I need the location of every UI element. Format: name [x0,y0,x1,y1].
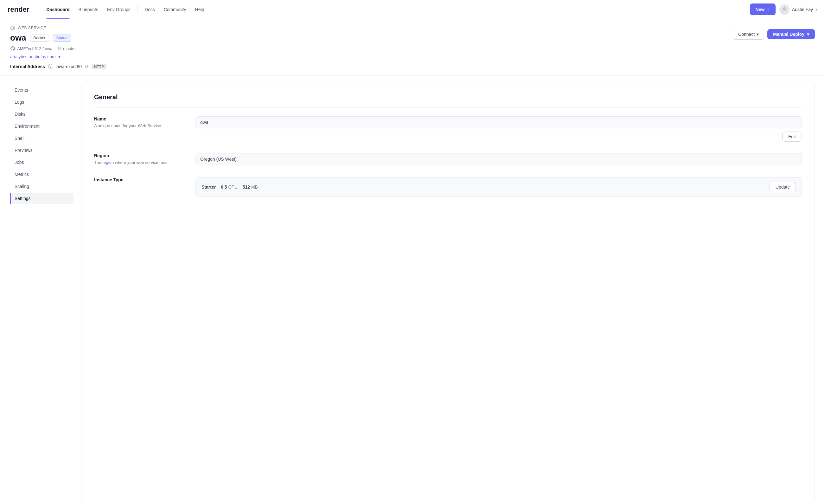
nav-dashboard[interactable]: Dashboard [42,0,74,19]
nav-community[interactable]: Community [159,0,191,19]
name-label-col: Name A unique name for your Web Service. [94,116,183,129]
info-icon[interactable]: i [48,64,53,69]
internal-address-value: owa-oxpd:80 [56,64,82,69]
internal-address-row: Internal Address i owa-oxpd:80 ⧉ HTTP [10,64,815,75]
sidebar-item-jobs[interactable]: Jobs [10,157,74,168]
main-content: Events Logs Disks Environment Shell Prev… [0,75,825,504]
sidebar-item-events[interactable]: Events [10,84,74,96]
sidebar-item-scaling[interactable]: Scaling [10,181,74,192]
name-description: A unique name for your Web Service. [94,123,183,129]
region-input[interactable] [196,153,802,165]
manual-deploy-button[interactable]: Manual Deploy ▾ [767,29,815,39]
navbar-right: New + Austin Fay ▾ [750,3,817,15]
instance-type-label: Instance Type [94,177,183,182]
new-button-label: New [756,7,765,12]
name-edit-button[interactable]: Edit [782,132,802,142]
instance-type-label-col: Instance Type [94,177,183,184]
settings-panel: General Name A unique name for your Web … [81,83,815,502]
user-avatar [779,4,790,15]
connect-chevron-icon: ▾ [757,32,759,37]
sidebar-item-shell[interactable]: Shell [10,133,74,144]
http-badge: HTTP [91,64,106,69]
manual-deploy-chevron-icon: ▾ [807,32,809,37]
service-type: WEB SERVICE [10,25,71,30]
repo-owner: AMFTech512 / owa [17,46,52,51]
plus-icon: + [766,6,770,13]
nav-divider [138,5,138,14]
sidebar-item-disks[interactable]: Disks [10,109,74,120]
repo-link[interactable]: AMFTech512 / owa [10,46,52,51]
region-label-col: Region The region where your web service… [94,153,183,166]
cpu-label: CPU [228,185,238,190]
section-title: General [94,93,802,101]
memory-value: 512 [243,185,250,190]
name-setting-row: Name A unique name for your Web Service.… [94,116,802,142]
region-setting-row: Region The region where your web service… [94,153,802,166]
user-name-label: Austin Fay [792,7,813,12]
memory-label: MB [251,185,258,190]
instance-specs: 0.5 CPU 512 MB [221,185,258,190]
instance-update-button[interactable]: Update [769,182,796,192]
svg-point-0 [783,8,785,9]
service-name: owa [10,33,26,43]
internal-address-label: Internal Address [10,64,45,69]
service-type-label: WEB SERVICE [18,26,46,30]
sidebar: Events Logs Disks Environment Shell Prev… [10,83,74,502]
brand-logo[interactable]: render [8,5,29,14]
sidebar-item-logs[interactable]: Logs [10,96,74,108]
user-section[interactable]: Austin Fay ▾ [779,4,817,15]
service-header: WEB SERVICE owa Docker Starter Connect ▾… [0,19,825,75]
instance-name: Starter [202,185,216,190]
connect-button[interactable]: Connect ▾ [733,29,764,40]
instance-info: Starter 0.5 CPU 512 MB [202,185,258,190]
sidebar-item-metrics[interactable]: Metrics [10,169,74,180]
instance-type-box: Starter 0.5 CPU 512 MB Update [196,177,802,197]
service-url-row: analytics.austinfay.com ▾ [10,54,815,59]
copy-icon[interactable]: ⧉ [85,64,88,69]
service-title-left: WEB SERVICE owa Docker Starter [10,25,71,43]
starter-badge: Starter [53,34,71,42]
url-chevron-icon[interactable]: ▾ [58,54,61,59]
service-url-link[interactable]: analytics.austinfay.com [10,54,56,59]
svg-point-3 [60,47,62,48]
nav-links: Dashboard Blueprints Env Groups Docs Com… [42,0,209,19]
service-actions: Connect ▾ Manual Deploy ▾ [733,29,815,40]
name-input-col: Edit [196,116,802,142]
sidebar-item-previews[interactable]: Previews [10,145,74,156]
branch-icon [57,46,62,51]
cpu-value: 0.5 [221,185,227,190]
github-icon [10,46,15,51]
nav-blueprints[interactable]: Blueprints [74,0,103,19]
navbar: render Dashboard Blueprints Env Groups D… [0,0,825,19]
branch-info: master [57,46,76,51]
chevron-down-icon: ▾ [816,7,817,12]
instance-type-input-col: Starter 0.5 CPU 512 MB Update [196,177,802,197]
docker-badge: Docker [30,34,49,42]
region-input-col [196,153,802,165]
service-title-row: WEB SERVICE owa Docker Starter Connect ▾… [10,25,815,43]
nav-env-groups[interactable]: Env Groups [103,0,135,19]
region-description: The region where your web service runs. [94,159,183,166]
instance-type-setting-row: Instance Type Starter 0.5 CPU 512 MB [94,177,802,197]
sidebar-item-environment[interactable]: Environment [10,121,74,132]
branch-name: master [63,46,76,51]
region-label: Region [94,153,183,158]
new-button[interactable]: New + [750,3,775,15]
section-divider [94,107,802,107]
nav-help[interactable]: Help [191,0,209,19]
region-link[interactable]: region [102,160,114,165]
name-input[interactable] [196,116,802,128]
sidebar-item-settings[interactable]: Settings [10,193,74,204]
name-label: Name [94,116,183,122]
service-meta: AMFTech512 / owa master [10,46,815,51]
svg-point-4 [58,49,59,50]
globe-icon [10,25,15,30]
nav-docs[interactable]: Docs [140,0,159,19]
